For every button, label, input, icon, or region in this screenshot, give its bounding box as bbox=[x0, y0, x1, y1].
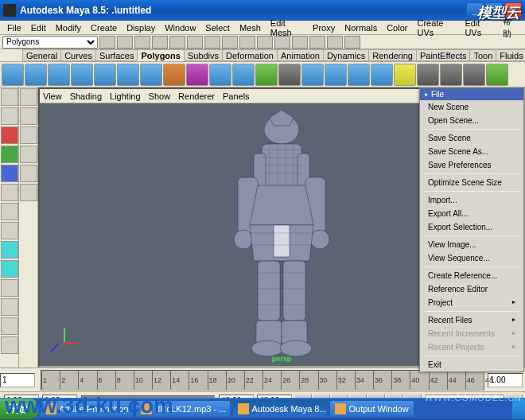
status-icon[interactable] bbox=[117, 36, 133, 49]
file-menu-item[interactable]: Project bbox=[420, 296, 523, 309]
menu-edit-mesh[interactable]: Edit Mesh bbox=[266, 18, 308, 37]
status-icon[interactable] bbox=[169, 36, 185, 49]
scale-tool[interactable] bbox=[1, 165, 18, 182]
vp-menu-view[interactable]: View bbox=[43, 91, 62, 101]
taskbar-item[interactable]: Output Window bbox=[329, 400, 414, 418]
shelf-tab[interactable]: PaintEffects bbox=[416, 49, 471, 61]
status-icon[interactable] bbox=[152, 36, 168, 49]
layout-button[interactable] bbox=[1, 317, 18, 335]
file-menu-item[interactable]: Create Reference... bbox=[420, 269, 523, 282]
shelf-button[interactable] bbox=[209, 64, 231, 86]
current-frame-field[interactable] bbox=[0, 373, 35, 387]
mode-selector[interactable]: Polygons bbox=[2, 36, 98, 49]
file-menu-item[interactable]: Save Scene As... bbox=[420, 145, 523, 158]
menu-normals[interactable]: Normals bbox=[340, 23, 382, 33]
file-menu-item[interactable]: New Scene bbox=[420, 100, 523, 114]
menu-create[interactable]: Create bbox=[86, 23, 122, 33]
layout-preset[interactable] bbox=[20, 165, 37, 182]
select-tool[interactable] bbox=[1, 88, 18, 106]
file-menu-item[interactable]: Recent Files bbox=[420, 313, 523, 327]
shelf-button[interactable] bbox=[348, 64, 370, 86]
shelf-button[interactable] bbox=[117, 64, 139, 86]
shelf-tab[interactable]: Dynamics bbox=[323, 49, 369, 61]
layout-button[interactable] bbox=[1, 279, 18, 297]
shelf-tab-active[interactable]: Polygons bbox=[137, 49, 185, 61]
file-menu-item[interactable]: View Image... bbox=[420, 238, 523, 251]
status-icon[interactable] bbox=[134, 36, 150, 49]
file-menu-item[interactable]: Export All... bbox=[420, 207, 523, 220]
file-menu-item[interactable]: Save Preferences bbox=[420, 158, 523, 172]
shelf-tab[interactable]: Surfaces bbox=[95, 49, 138, 61]
menu-display[interactable]: Display bbox=[122, 23, 160, 33]
file-menu-item[interactable]: Import... bbox=[420, 193, 523, 207]
last-tool[interactable] bbox=[1, 222, 18, 239]
shelf-button[interactable] bbox=[325, 64, 347, 86]
status-icon[interactable] bbox=[99, 36, 115, 49]
menu-file[interactable]: File bbox=[2, 23, 26, 33]
file-menu-item[interactable]: View Sequence... bbox=[420, 251, 523, 265]
shelf-button[interactable] bbox=[48, 64, 70, 86]
file-menu-item[interactable]: Reference Editor bbox=[420, 282, 523, 296]
shelf-button[interactable] bbox=[463, 64, 485, 86]
layout-button[interactable] bbox=[1, 298, 18, 316]
menu-modify[interactable]: Modify bbox=[51, 23, 86, 33]
shelf-button[interactable] bbox=[440, 64, 462, 86]
status-icon[interactable] bbox=[344, 36, 360, 49]
shelf-tab[interactable]: Animation bbox=[277, 49, 324, 61]
vp-menu-shading[interactable]: Shading bbox=[70, 91, 102, 101]
lasso-tool[interactable] bbox=[1, 107, 18, 125]
menu-edit[interactable]: Edit bbox=[26, 23, 51, 33]
layout-preset[interactable] bbox=[20, 88, 37, 106]
shelf-button[interactable] bbox=[94, 64, 116, 86]
shelf-button[interactable] bbox=[486, 64, 508, 86]
shelf-button[interactable] bbox=[278, 64, 301, 86]
shelf-tab[interactable]: Curves bbox=[60, 49, 96, 61]
layout-preset[interactable] bbox=[20, 146, 37, 163]
move-tool[interactable] bbox=[1, 126, 18, 144]
layout-preset[interactable] bbox=[20, 126, 37, 144]
timeline-ruler[interactable]: 1246810121416182022242628303234363840424… bbox=[41, 370, 484, 391]
status-icon[interactable] bbox=[239, 36, 255, 49]
layout-four[interactable] bbox=[1, 260, 18, 278]
shelf-button[interactable] bbox=[25, 64, 47, 86]
taskbar-item-active[interactable]: Autodesk Maya 8... bbox=[232, 400, 328, 418]
shelf-button[interactable] bbox=[71, 64, 93, 86]
vp-menu-show[interactable]: Show bbox=[149, 91, 171, 101]
shelf-tab[interactable]: Fluids bbox=[496, 49, 525, 61]
file-menu-item[interactable]: Save Scene bbox=[420, 131, 523, 145]
model-wireframe[interactable] bbox=[202, 106, 361, 360]
layout-preset[interactable] bbox=[20, 184, 37, 201]
status-icon[interactable] bbox=[257, 36, 273, 49]
shelf-button[interactable] bbox=[394, 64, 416, 86]
menu-create-uvs[interactable]: Create UVs bbox=[412, 18, 460, 37]
layout-single[interactable] bbox=[1, 241, 18, 259]
menu-window[interactable]: Window bbox=[160, 23, 200, 33]
shelf-button[interactable] bbox=[140, 64, 162, 86]
vp-menu-lighting[interactable]: Lighting bbox=[110, 91, 141, 101]
shelf-tab[interactable]: Deformation bbox=[222, 49, 278, 61]
soft-tool[interactable] bbox=[1, 203, 18, 220]
shelf-button[interactable] bbox=[232, 64, 255, 86]
vp-menu-panels[interactable]: Panels bbox=[223, 91, 250, 101]
rotate-tool[interactable] bbox=[1, 146, 18, 163]
shelf-tab[interactable]: Rendering bbox=[368, 49, 417, 61]
shelf-tab[interactable]: Subdivs bbox=[184, 49, 223, 61]
shelf-button[interactable] bbox=[2, 64, 24, 86]
file-menu-item[interactable]: Export Selection... bbox=[420, 220, 523, 234]
shelf-tab[interactable]: General bbox=[22, 49, 61, 61]
menu-color[interactable]: Color bbox=[382, 23, 412, 33]
file-menu-item[interactable]: Open Scene... bbox=[420, 114, 523, 127]
shelf-button[interactable] bbox=[163, 64, 185, 86]
shelf-button[interactable] bbox=[417, 64, 439, 86]
menu-select[interactable]: Select bbox=[200, 23, 235, 33]
shelf-button[interactable] bbox=[255, 64, 278, 86]
menu-proxy[interactable]: Proxy bbox=[308, 23, 340, 33]
file-menu-item[interactable]: Exit bbox=[420, 358, 523, 371]
status-icon[interactable] bbox=[327, 36, 343, 49]
status-icon[interactable] bbox=[309, 36, 325, 49]
layout-button[interactable] bbox=[1, 336, 18, 354]
status-icon[interactable] bbox=[187, 36, 203, 49]
file-menu-item[interactable]: Optimize Scene Size bbox=[420, 176, 523, 189]
shelf-tab[interactable]: Toon bbox=[469, 49, 496, 61]
status-icon[interactable] bbox=[292, 36, 308, 49]
